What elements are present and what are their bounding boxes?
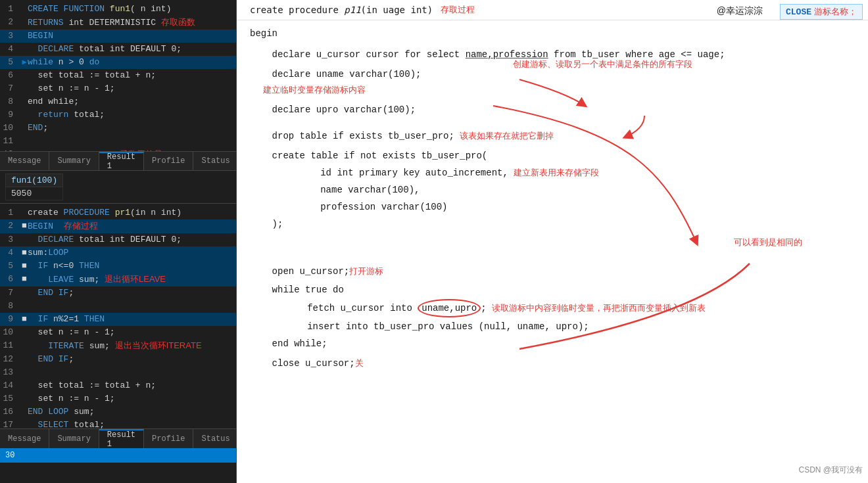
code-line-8: 8 end while; xyxy=(0,95,236,108)
proc-line-6: 6 ■ LEAVE sum; 退出循环LEAVE xyxy=(0,273,236,287)
rline-id-field: id int primary key auto_increment, 建立新表用… xyxy=(276,165,855,181)
procedure-code-editor: 1 create PROCEDURE pr1(in n int) 2 ■ BEG… xyxy=(0,204,236,428)
csdn-watermark: CSDN @我可没有 xyxy=(798,462,863,478)
tab-profile-1[interactable]: Profile xyxy=(144,152,193,170)
tab-bar-2: Message Summary Result 1 Profile Status xyxy=(0,428,236,448)
rline-insert: insert into tb_user_pro values (null, un… xyxy=(263,319,855,334)
proc-line-1: 1 create PROCEDURE pr1(in n int) xyxy=(0,206,236,219)
tab-summary-2[interactable]: Summary xyxy=(49,429,99,448)
proc-header: create procedure p11(in uage int) 存取过程 @… xyxy=(237,0,868,20)
tab-result1-1[interactable]: Result 1 xyxy=(99,152,144,170)
right-code-area[interactable]: begin 创建游标、读取另一个表中满足条件的所有字段 declare u_cu… xyxy=(237,20,868,483)
close-label: CLOSE xyxy=(786,7,811,17)
status-line-num: 30 xyxy=(5,451,14,460)
tab-summary-1[interactable]: Summary xyxy=(49,152,99,170)
tab-bar-1: Message Summary Result 1 Profile Status xyxy=(0,151,236,171)
rline-drop-table: drop table if exists tb_user_pro; 该表如果存在… xyxy=(250,128,855,144)
result-table-1: fun1(100) 5050 xyxy=(0,171,236,203)
function-code-editor: 1 CREATE FUNCTION fun1( n int) 2 RETURNS… xyxy=(0,0,236,151)
rline-name-field: name varchar(100), xyxy=(276,182,855,198)
rline-begin: begin xyxy=(250,26,855,41)
procedure-code-lines: 1 create PROCEDURE pr1(in n int) 2 ■ BEG… xyxy=(0,204,236,428)
procedure-code-section: 1 create PROCEDURE pr1(in n int) 2 ■ BEG… xyxy=(0,204,236,428)
main-layout: 1 CREATE FUNCTION fun1( n int) 2 RETURNS… xyxy=(0,0,868,483)
proc-line-12: 12 END IF; xyxy=(0,353,236,366)
tab-message-2[interactable]: Message xyxy=(0,429,49,448)
rline-create-table: create table if not exists tb_user_pro( xyxy=(250,148,855,164)
proc-line-13: 13 xyxy=(0,366,236,379)
status-bar: 30 xyxy=(0,448,236,463)
code-line-7: 7 set n := n - 1; xyxy=(0,82,236,95)
code-line-5: 5 ▶ while n > 0 do xyxy=(0,56,236,69)
code-line-6: 6 set total := total + n; xyxy=(0,69,236,82)
rline-fetch: fetch u_cursor into uname,upro; 读取游标中内容到… xyxy=(263,299,855,317)
proc-line-7: 7 END IF; xyxy=(0,287,236,300)
function-code-section: 1 CREATE FUNCTION fun1( n int) 2 RETURNS… xyxy=(0,0,236,151)
function-code-lines: 1 CREATE FUNCTION fun1( n int) 2 RETURNS… xyxy=(0,0,236,151)
watermark: @幸运淙淙 xyxy=(717,5,763,17)
code-line-9: 9 return total; xyxy=(0,108,236,122)
right-panel: create procedure p11(in uage int) 存取过程 @… xyxy=(237,0,868,483)
proc-annotation: 存取过程 xyxy=(441,4,475,16)
result-col-value: 5050 xyxy=(6,187,63,200)
proc-line-4: 4 ■ sum:LOOP xyxy=(0,246,236,260)
proc-title: create procedure p11(in uage int) xyxy=(250,5,433,15)
code-line-3: 3 BEGIN xyxy=(0,30,236,43)
code-line-4: 4 DECLARE total int DEFAULT 0; xyxy=(0,43,236,56)
rline-open-cursor: open u_cursor;打开游标 xyxy=(250,264,855,279)
close-desc: 游标名称； xyxy=(814,6,857,18)
proc-line-3: 3 DECLARE total int DEFAULT 0; xyxy=(0,233,236,246)
proc-line-2: 2 ■ BEGIN 存储过程 xyxy=(0,219,236,233)
rline-declare-upro: declare upro varchar(100); xyxy=(250,102,855,118)
rline-close-cursor: close u_cursor;关 xyxy=(250,356,855,371)
proc-line-16: 16 END LOOP sum; xyxy=(0,405,236,419)
proc-line-14: 14 set total := total + n; xyxy=(0,379,236,392)
code-line-2: 2 RETURNS int DETERMINISTIC 存取函数 xyxy=(0,16,236,30)
rline-while: while true do xyxy=(250,282,855,298)
proc-line-5: 5 ■ IF n<=0 THEN xyxy=(0,260,236,273)
rline-profession-field: profession varchar(100) xyxy=(276,199,855,215)
tab-result1-2[interactable]: Result 1 xyxy=(99,429,144,448)
ann-create-cursor: 创建游标、读取另一个表中满足条件的所有字段 xyxy=(513,59,692,69)
ann-temp-var: 建立临时变量存储游标内容 xyxy=(263,85,366,95)
ann-same-note: 可以看到是相同的 xyxy=(734,237,802,247)
tab-profile-2[interactable]: Profile xyxy=(144,429,193,448)
close-button[interactable]: CLOSE 游标名称； xyxy=(780,4,863,20)
result-col-header: fun1(100) xyxy=(6,174,63,187)
proc-line-17: 17 SELECT total; xyxy=(0,419,236,428)
rline-close-paren: ); xyxy=(250,216,855,232)
proc-line-11: 11 ITERATE sum; 退出当次循环ITERATE xyxy=(0,339,236,353)
rline-end-while: end while; xyxy=(250,336,855,352)
proc-line-10: 10 set n := n - 1; xyxy=(0,326,236,339)
proc-line-15: 15 set n := n - 1; xyxy=(0,392,236,405)
tab-message-1[interactable]: Message xyxy=(0,152,49,170)
left-panel: 1 CREATE FUNCTION fun1( n int) 2 RETURNS… xyxy=(0,0,237,483)
code-line-1: 1 CREATE FUNCTION fun1( n int) xyxy=(0,3,236,16)
proc-line-8: 8 xyxy=(0,300,236,313)
proc-line-9: 9 ■ IF n%2=1 THEN xyxy=(0,313,236,326)
code-line-10: 10 END; xyxy=(0,122,236,135)
tab-status-2[interactable]: Status xyxy=(193,429,238,448)
code-line-11: 11 xyxy=(0,135,236,148)
tab-status-1[interactable]: Status xyxy=(193,152,238,170)
